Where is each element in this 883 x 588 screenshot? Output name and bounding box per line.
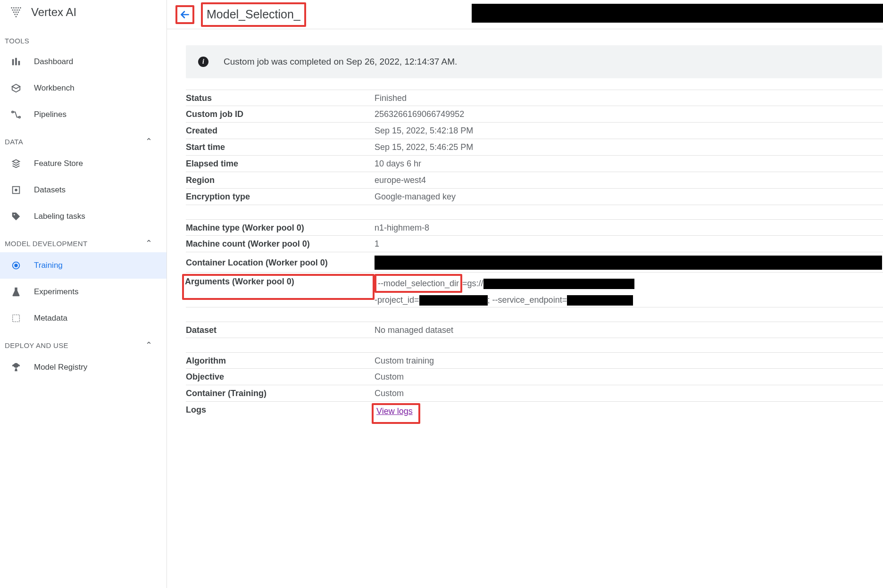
svg-point-4 [20, 7, 21, 8]
svg-rect-17 [18, 61, 20, 65]
back-button[interactable] [175, 5, 194, 24]
label: Arguments (Worker pool 0) [186, 275, 375, 300]
chevron-up-icon: ⌃ [145, 340, 162, 350]
training-icon [10, 260, 22, 271]
value: --model_selection_dir=gs:// -project_id=… [375, 275, 883, 307]
label: Logs [186, 404, 375, 415]
label: Status [186, 92, 375, 103]
section-model-dev[interactable]: MODEL DEVELOPMENT ⌃ [0, 230, 167, 252]
label: Custom job ID [186, 108, 375, 119]
sidebar-item-label: Workbench [34, 83, 75, 93]
section-label: DATA [5, 138, 23, 146]
content: i Custom job was completed on Sep 26, 20… [167, 29, 883, 588]
svg-point-7 [17, 9, 18, 11]
sidebar: Vertex AI TOOLS Dashboard Workbench Pipe… [0, 0, 167, 588]
vertex-ai-logo-icon [9, 6, 23, 19]
sidebar-item-training[interactable]: Training [0, 252, 167, 279]
sidebar-item-metadata[interactable]: Metadata [0, 305, 167, 331]
value: Custom [375, 388, 883, 398]
svg-rect-25 [13, 315, 20, 322]
label: Objective [186, 371, 375, 382]
svg-rect-15 [12, 59, 14, 66]
svg-rect-16 [15, 58, 17, 66]
section-label: DEPLOY AND USE [5, 341, 68, 349]
row-logs: Logs View logs [186, 402, 883, 426]
redacted-title-suffix [472, 4, 883, 23]
value: Sep 15, 2022, 5:42:18 PM [375, 125, 883, 136]
sidebar-item-labeling[interactable]: Labeling tasks [0, 203, 167, 230]
value: Custom [375, 371, 883, 382]
value [375, 255, 883, 270]
value: 1 [375, 238, 883, 249]
topbar: Model_Selection_ [167, 0, 883, 29]
chevron-up-icon: ⌃ [145, 136, 162, 147]
section-label: TOOLS [5, 37, 29, 45]
label: Elapsed time [186, 158, 375, 169]
view-logs-highlight: View logs [372, 403, 420, 424]
row-algorithm: Algorithm Custom training [186, 352, 883, 369]
redacted-bar [375, 256, 882, 270]
sidebar-item-label: Training [34, 261, 63, 270]
label: Region [186, 174, 375, 185]
sidebar-item-datasets[interactable]: Datasets [0, 177, 167, 203]
sidebar-item-label: Feature Store [34, 159, 83, 168]
svg-point-2 [16, 7, 17, 8]
value: n1-highmem-8 [375, 222, 883, 233]
label: Encryption type [186, 191, 375, 202]
row-dataset: Dataset No managed dataset [186, 322, 883, 338]
row-machine-type: Machine type (Worker pool 0) n1-highmem-… [186, 219, 883, 236]
value: No managed dataset [375, 324, 883, 335]
details-table: Status Finished Custom job ID 2563266169… [186, 90, 883, 426]
section-deploy[interactable]: DEPLOY AND USE ⌃ [0, 331, 167, 354]
sidebar-item-pipelines[interactable]: Pipelines [0, 101, 167, 128]
value: View logs [375, 404, 883, 424]
sidebar-item-workbench[interactable]: Workbench [0, 75, 167, 101]
label: Container Location (Worker pool 0) [186, 257, 375, 268]
brand: Vertex AI [0, 0, 167, 28]
svg-point-0 [11, 7, 12, 8]
value: 2563266169066749952 [375, 108, 883, 119]
sidebar-item-label: Model Registry [34, 363, 87, 372]
model-registry-icon [10, 362, 22, 373]
sidebar-item-dashboard[interactable]: Dashboard [0, 49, 167, 75]
row-encryption: Encryption type Google-managed key [186, 189, 883, 205]
row-created: Created Sep 15, 2022, 5:42:18 PM [186, 123, 883, 139]
value: Custom training [375, 355, 883, 366]
main: Model_Selection_ i Custom job was comple… [167, 0, 883, 588]
sidebar-item-experiments[interactable]: Experiments [0, 279, 167, 305]
redacted-bar [419, 295, 488, 306]
sidebar-item-label: Metadata [34, 314, 67, 323]
view-logs-link[interactable]: View logs [376, 406, 413, 416]
pipelines-icon [10, 109, 22, 120]
value: 10 days 6 hr [375, 158, 883, 169]
label: Machine type (Worker pool 0) [186, 222, 375, 233]
row-arguments: Arguments (Worker pool 0) --model_select… [186, 273, 883, 307]
labeling-icon [10, 211, 22, 222]
label: Dataset [186, 324, 375, 335]
info-icon: i [198, 57, 208, 67]
sidebar-item-model-registry[interactable]: Model Registry [0, 354, 167, 381]
svg-point-14 [16, 16, 17, 17]
experiments-icon [10, 286, 22, 298]
svg-point-11 [17, 12, 19, 13]
row-machine-count: Machine count (Worker pool 0) 1 [186, 236, 883, 252]
label: Start time [186, 141, 375, 152]
arguments-highlight: Arguments (Worker pool 0) [182, 274, 375, 300]
sidebar-item-feature-store[interactable]: Feature Store [0, 150, 167, 177]
page-title-highlight: Model_Selection_ [201, 2, 306, 27]
row-status: Status Finished [186, 90, 883, 106]
row-elapsed: Elapsed time 10 days 6 hr [186, 156, 883, 172]
chevron-up-icon: ⌃ [145, 238, 162, 248]
svg-point-24 [15, 264, 17, 267]
sidebar-item-label: Experiments [34, 287, 78, 297]
sidebar-item-label: Pipelines [34, 110, 67, 119]
section-data[interactable]: DATA ⌃ [0, 128, 167, 150]
label: Machine count (Worker pool 0) [186, 238, 375, 249]
row-start: Start time Sep 15, 2022, 5:46:25 PM [186, 139, 883, 156]
row-container-location: Container Location (Worker pool 0) [186, 252, 883, 273]
sidebar-item-label: Datasets [34, 185, 66, 195]
datasets-icon [10, 184, 22, 196]
svg-point-13 [17, 14, 18, 15]
label: Algorithm [186, 355, 375, 366]
section-tools: TOOLS [0, 28, 167, 49]
